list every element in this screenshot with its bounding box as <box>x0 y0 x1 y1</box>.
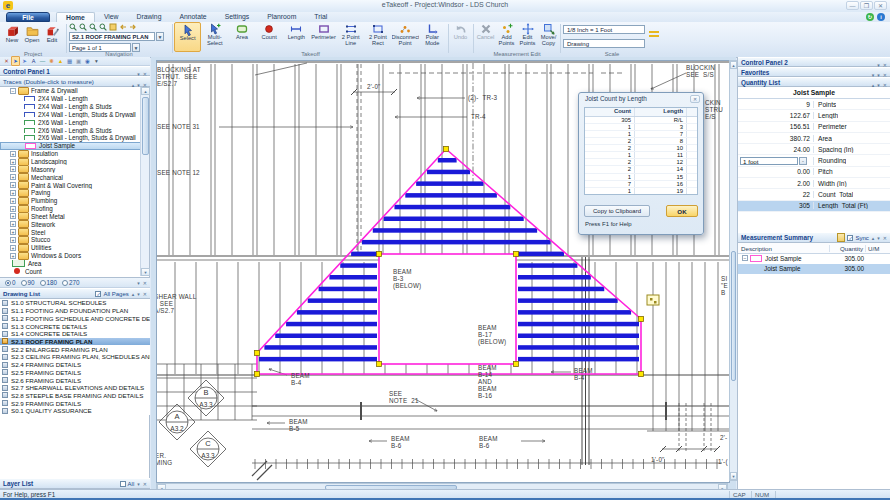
tree-expander-icon[interactable]: + <box>10 159 16 165</box>
edit-project-button[interactable]: Edit <box>42 23 62 49</box>
quantity-row-points[interactable]: 9Points <box>738 99 890 110</box>
joist-count-row[interactable]: 212 <box>585 159 697 166</box>
trace-item-area[interactable]: Area <box>0 260 141 268</box>
panel-menu-icon[interactable]: ▾ <box>877 235 880 241</box>
all-pages-checkbox[interactable]: ✓ <box>95 291 101 297</box>
scale-value-input[interactable]: 1/8 Inch = 1 Foot <box>563 25 645 34</box>
tree-expander-icon[interactable]: − <box>10 88 16 94</box>
window-icon[interactable]: ▣ <box>74 57 83 65</box>
drawing-item-s2.6[interactable]: S2.6 FRAMING DETAILS <box>0 376 150 384</box>
trace-item-2x6-wall-length[interactable]: 2X6 Wall - Length <box>0 118 141 126</box>
trace-item-windows-doors[interactable]: +Windows & Doors <box>0 252 141 260</box>
tab-home[interactable]: Home <box>56 12 95 22</box>
quantity-row-length[interactable]: 122.67Length <box>738 110 890 121</box>
drawing-selector-combo[interactable]: S2.1 ROOF FRAMING PLAN <box>69 32 155 41</box>
trace-item-joist-sample[interactable]: Joist Sample <box>0 142 141 150</box>
summary-row[interactable]: −Joist Sample305.00 <box>738 253 890 264</box>
trace-item-frame-drywall[interactable]: −Frame & Drywall <box>0 87 141 95</box>
tab-annotate[interactable]: Annotate <box>170 12 215 22</box>
tree-expander-icon[interactable]: + <box>10 174 16 180</box>
tool-select[interactable]: Select <box>174 22 201 52</box>
dropdown-icon[interactable]: ▾ <box>92 57 101 65</box>
tree-expander-icon[interactable]: + <box>10 206 16 212</box>
joist-count-row[interactable]: 716 <box>585 181 697 188</box>
trace-item-2x4-wall-length[interactable]: 2X4 Wall - Length <box>0 95 141 103</box>
layer-list-header[interactable]: Layer List All ▾✕ <box>0 478 150 489</box>
move-copy-button[interactable]: Move/ Copy <box>538 22 559 52</box>
drawing-item-s2.5[interactable]: S2.5 FRAMING DETAILS <box>0 368 150 376</box>
joist-count-row[interactable]: 17 <box>585 131 697 138</box>
zoom-extents-icon[interactable] <box>89 23 97 31</box>
pan-icon[interactable] <box>109 23 117 31</box>
trace-item-2x6-wall-length-studs[interactable]: 2X6 Wall - Length & Studs <box>0 126 141 134</box>
trace-item-paving[interactable]: +Paving <box>0 189 141 197</box>
tree-expander-icon[interactable]: + <box>10 213 16 219</box>
joist-count-row[interactable]: 111 <box>585 152 697 159</box>
tool-area[interactable]: Area <box>228 22 255 52</box>
tree-expander-icon[interactable]: + <box>10 182 16 188</box>
drawing-item-s1.2[interactable]: S1.2 FOOTING SCHEDULE AND CONCRETE DETAI… <box>0 314 150 322</box>
trace-item-sheet-metal[interactable]: +Sheet Metal <box>0 213 141 221</box>
prev-page-icon[interactable] <box>119 23 127 31</box>
rotation-radio-180[interactable] <box>40 280 46 286</box>
drawing-item-s1.4[interactable]: S1.4 CONCRETE DETAILS <box>0 330 150 338</box>
collapse-icon[interactable]: ▴ <box>872 235 875 241</box>
quantity-row-count-total[interactable]: 22Count_Total <box>738 189 890 200</box>
close-icon[interactable]: ✕ <box>2 57 11 65</box>
tool-polar-mode[interactable]: Polar Mode <box>419 22 446 52</box>
dialog-close-icon[interactable]: ✕ <box>690 95 700 103</box>
quantity-row-perimeter[interactable]: 156.51Perimeter <box>738 122 890 133</box>
drawing-item-s2.4[interactable]: S2.4 FRAMING DETAILS <box>0 361 150 369</box>
close-icon[interactable]: ✕ <box>874 1 887 10</box>
tab-planroom[interactable]: Planroom <box>258 12 305 22</box>
alert-icon[interactable]: ▲ <box>56 57 65 65</box>
joist-count-row[interactable]: 210 <box>585 145 697 152</box>
ok-button[interactable]: OK <box>666 205 698 217</box>
joist-count-row[interactable]: 13 <box>585 124 697 131</box>
trace-item-masonry[interactable]: +Masonry <box>0 165 141 173</box>
undo-button[interactable]: Undo <box>450 22 471 52</box>
tool-disconnected-point[interactable]: Disconnected Point <box>392 22 419 52</box>
select-cursor-icon[interactable]: ➤ <box>11 56 20 66</box>
tree-expander-icon[interactable]: + <box>10 237 16 243</box>
sync-status-icon[interactable]: ↻ <box>866 13 874 21</box>
quantity-row-length-total-ft-[interactable]: 305Length_Total (Ft) <box>738 201 890 212</box>
tool-2-point-line[interactable]: 2 Point Line <box>337 22 364 52</box>
trace-item-paint-wall-covering[interactable]: +Paint & Wall Covering <box>0 181 141 189</box>
drawing-list-header[interactable]: Drawing List ✓ All Pages ▴▾✕ <box>0 288 150 299</box>
tool-multi-select[interactable]: Multi- Select <box>201 22 228 52</box>
tool-count[interactable]: Count <box>256 22 283 52</box>
drawing-item-s2.7[interactable]: S2.7 SHEARWALL ELEVATIONS AND DETAILS <box>0 384 150 392</box>
rotation-radio-270[interactable] <box>62 280 68 286</box>
quantity-row-rounding[interactable]: 1 foot-Rounding <box>738 155 890 166</box>
tree-expander-icon[interactable]: + <box>10 198 16 204</box>
drawing-item-s2.3[interactable]: S2.3 CEILING FRAMING PLAN, SCHEDULES AND… <box>0 353 150 361</box>
joist-count-row[interactable]: 115 <box>585 174 697 181</box>
zoom-window-icon[interactable] <box>99 23 107 31</box>
drawing-item-s2.2[interactable]: S2.2 ENLARGED FRAMING PLAN <box>0 345 150 353</box>
panel-close-icon[interactable]: ✕ <box>143 291 147 297</box>
joist-count-row[interactable]: 214 <box>585 166 697 173</box>
zoom-out-icon[interactable] <box>79 23 87 31</box>
tab-view[interactable]: View <box>95 12 128 22</box>
rotation-radio-0[interactable] <box>5 280 11 286</box>
tool-perimeter[interactable]: Perimeter <box>310 22 337 52</box>
drawing-item-s1.3[interactable]: S1.3 CONCRETE DETAILS <box>0 322 150 330</box>
sync-checkbox[interactable]: ✓ <box>847 235 853 241</box>
row-expander-icon[interactable]: − <box>742 255 748 261</box>
scale-mode-input[interactable]: Drawing <box>563 39 645 48</box>
quantity-list-header[interactable]: Quantity List ▴▾✕ <box>738 77 890 87</box>
drawing-selector-dropdown-icon[interactable]: ▼ <box>156 32 164 41</box>
panel-close-icon[interactable]: ✕ <box>143 280 147 286</box>
joist-count-row[interactable]: 305R/L <box>585 117 697 124</box>
minimize-icon[interactable]: — <box>846 1 859 10</box>
trace-item-landscaping[interactable]: +Landscaping <box>0 158 141 166</box>
tree-expander-icon[interactable]: + <box>10 245 16 251</box>
panel-menu-icon[interactable]: ▾ <box>137 481 140 487</box>
file-menu-button[interactable]: File <box>6 12 50 22</box>
quantity-row-pitch[interactable]: 0.00Pitch <box>738 167 890 178</box>
tree-expander-icon[interactable]: + <box>10 166 16 172</box>
drawing-item-s2.9[interactable]: S2.9 FRAMING DETAILS <box>0 399 150 407</box>
panel-close-icon[interactable]: ✕ <box>143 481 147 487</box>
panel-menu-icon[interactable]: ▾ <box>137 280 140 286</box>
